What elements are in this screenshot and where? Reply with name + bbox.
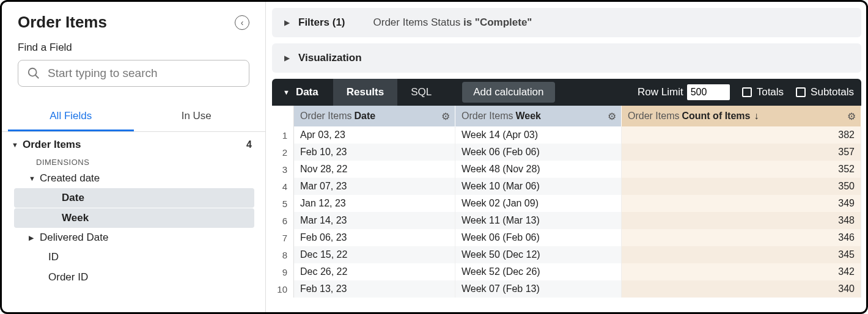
table-row: 9Dec 26, 22Week 52 (Dec 26)342 bbox=[272, 263, 861, 280]
collapse-sidebar-button[interactable]: ‹ bbox=[235, 15, 249, 30]
cell-rownum: 10 bbox=[272, 280, 294, 298]
cell-date[interactable]: Mar 14, 23 bbox=[294, 212, 455, 229]
table-row: 10Feb 13, 23Week 07 (Feb 13)340 bbox=[272, 280, 861, 298]
cell-rownum: 5 bbox=[272, 195, 294, 212]
caret-down-icon: ▼ bbox=[29, 175, 40, 182]
checkbox-icon bbox=[796, 87, 806, 97]
subtotals-checkbox[interactable]: Subtotals bbox=[796, 86, 854, 98]
search-field-wrapper[interactable] bbox=[18, 60, 249, 87]
tab-all-fields[interactable]: All Fields bbox=[8, 101, 134, 131]
cell-week[interactable]: Week 50 (Dec 12) bbox=[455, 246, 622, 263]
gear-icon[interactable]: ⚙ bbox=[847, 111, 856, 122]
totals-label: Totals bbox=[757, 86, 784, 98]
col-name: Week bbox=[515, 111, 541, 122]
cell-date[interactable]: Feb 13, 23 bbox=[294, 280, 455, 298]
gear-icon[interactable]: ⚙ bbox=[608, 111, 616, 122]
search-input[interactable] bbox=[48, 67, 240, 80]
search-icon bbox=[27, 67, 40, 80]
row-limit-input[interactable] bbox=[687, 84, 730, 100]
tree-dim-id[interactable]: ID bbox=[14, 247, 254, 267]
tree-view-label: Order Items bbox=[23, 139, 246, 151]
table-row: 5Jan 12, 23Week 02 (Jan 09)349 bbox=[272, 195, 861, 212]
cell-date[interactable]: Feb 06, 23 bbox=[294, 229, 455, 246]
filter-summary-condition: is "Complete" bbox=[463, 16, 532, 28]
explore-main: ▶ Filters (1) Order Items Status is "Com… bbox=[266, 2, 866, 312]
cell-count[interactable]: 345 bbox=[622, 246, 861, 263]
cell-count[interactable]: 340 bbox=[622, 280, 861, 298]
data-section-toggle[interactable]: ▼ Data bbox=[283, 86, 318, 98]
tree-dim-created-date[interactable]: ▼ Created date bbox=[9, 169, 259, 188]
cell-count[interactable]: 348 bbox=[622, 212, 861, 229]
chevron-left-icon: ‹ bbox=[241, 18, 244, 27]
cell-count[interactable]: 342 bbox=[622, 263, 861, 280]
cell-date[interactable]: Mar 07, 23 bbox=[294, 178, 455, 195]
cell-week[interactable]: Week 11 (Mar 13) bbox=[455, 212, 622, 229]
caret-down-icon: ▼ bbox=[12, 141, 23, 148]
sort-desc-icon: ↓ bbox=[754, 111, 759, 122]
cell-count[interactable]: 349 bbox=[622, 195, 861, 212]
cell-count[interactable]: 350 bbox=[622, 178, 861, 195]
table-row: 3Nov 28, 22Week 48 (Nov 28)352 bbox=[272, 161, 861, 178]
table-row: 8Dec 15, 22Week 50 (Dec 12)345 bbox=[272, 246, 861, 263]
cell-week[interactable]: Week 06 (Feb 06) bbox=[455, 144, 622, 161]
visualization-bar[interactable]: ▶ Visualization bbox=[272, 43, 861, 73]
col-rownum bbox=[272, 106, 294, 126]
data-bar: ▼ Data Results SQL Add calculation Row L… bbox=[272, 79, 861, 106]
cell-week[interactable]: Week 52 (Dec 26) bbox=[455, 263, 622, 280]
subtotals-label: Subtotals bbox=[811, 86, 854, 98]
svg-line-1 bbox=[35, 75, 39, 79]
cell-week[interactable]: Week 10 (Mar 06) bbox=[455, 178, 622, 195]
cell-count[interactable]: 357 bbox=[622, 144, 861, 161]
cell-week[interactable]: Week 48 (Nov 28) bbox=[455, 161, 622, 178]
cell-count[interactable]: 346 bbox=[622, 229, 861, 246]
cell-week[interactable]: Week 14 (Apr 03) bbox=[455, 126, 622, 144]
gear-icon[interactable]: ⚙ bbox=[441, 111, 450, 122]
filters-bar[interactable]: ▶ Filters (1) Order Items Status is "Com… bbox=[272, 8, 861, 37]
cell-rownum: 4 bbox=[272, 178, 294, 195]
table-row: 7Feb 06, 23Week 06 (Feb 06)346 bbox=[272, 229, 861, 246]
cell-date[interactable]: Dec 26, 22 bbox=[294, 263, 455, 280]
cell-date[interactable]: Dec 15, 22 bbox=[294, 246, 455, 263]
table-row: 1Apr 03, 23Week 14 (Apr 03)382 bbox=[272, 126, 861, 144]
cell-week[interactable]: Week 02 (Jan 09) bbox=[455, 195, 622, 212]
filters-bar-title: Filters (1) bbox=[298, 16, 345, 29]
tree-view-count: 4 bbox=[246, 139, 252, 150]
tree-dim-delivered-date[interactable]: ▶ Delivered Date bbox=[9, 228, 259, 247]
cell-date[interactable]: Apr 03, 23 bbox=[294, 126, 455, 144]
cell-count[interactable]: 382 bbox=[622, 126, 861, 144]
tree-leaf-week[interactable]: Week bbox=[14, 208, 254, 228]
tab-in-use[interactable]: In Use bbox=[134, 101, 260, 131]
tree-dim-order-id[interactable]: Order ID bbox=[14, 268, 254, 287]
cell-week[interactable]: Week 06 (Feb 06) bbox=[455, 229, 622, 246]
cell-date[interactable]: Nov 28, 22 bbox=[294, 161, 455, 178]
cell-rownum: 8 bbox=[272, 246, 294, 263]
cell-rownum: 7 bbox=[272, 229, 294, 246]
table-body: 1Apr 03, 23Week 14 (Apr 03)3822Feb 10, 2… bbox=[272, 126, 861, 298]
col-prefix: Order Items bbox=[628, 111, 679, 122]
tree-dim-label: Created date bbox=[40, 172, 100, 184]
col-order-items-week[interactable]: Order Items Week ⚙ bbox=[455, 106, 622, 126]
col-order-items-date[interactable]: Order Items Date ⚙ bbox=[294, 106, 455, 126]
tree-dim-label: Delivered Date bbox=[40, 232, 108, 244]
filter-summary-prefix: Order Items Status bbox=[373, 16, 463, 28]
col-name: Count of Items bbox=[682, 111, 750, 122]
tab-sql[interactable]: SQL bbox=[397, 79, 445, 106]
table-row: 6Mar 14, 23Week 11 (Mar 13)348 bbox=[272, 212, 861, 229]
tree-view-order-items[interactable]: ▼ Order Items 4 bbox=[9, 136, 259, 154]
cell-rownum: 2 bbox=[272, 144, 294, 161]
caret-right-icon: ▶ bbox=[284, 54, 290, 62]
cell-week[interactable]: Week 07 (Feb 13) bbox=[455, 280, 622, 298]
cell-count[interactable]: 352 bbox=[622, 161, 861, 178]
totals-checkbox[interactable]: Totals bbox=[742, 86, 784, 98]
col-prefix: Order Items bbox=[462, 111, 513, 122]
caret-down-icon: ▼ bbox=[283, 89, 290, 96]
tree-leaf-date[interactable]: Date bbox=[14, 188, 254, 208]
cell-date[interactable]: Feb 10, 23 bbox=[294, 144, 455, 161]
cell-date[interactable]: Jan 12, 23 bbox=[294, 195, 455, 212]
data-section-label: Data bbox=[296, 86, 318, 98]
tab-results[interactable]: Results bbox=[333, 79, 397, 106]
results-table: Order Items Date ⚙ Order Items Week ⚙ Or… bbox=[272, 106, 861, 312]
col-count-of-items[interactable]: Order Items Count of Items ↓ ⚙ bbox=[622, 106, 861, 126]
table-row: 4Mar 07, 23Week 10 (Mar 06)350 bbox=[272, 178, 861, 195]
add-calculation-button[interactable]: Add calculation bbox=[462, 82, 554, 103]
